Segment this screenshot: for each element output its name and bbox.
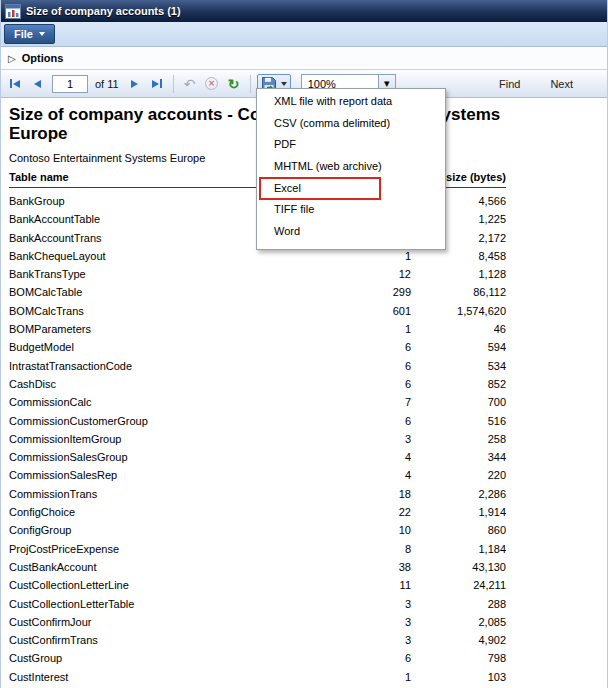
refresh-button[interactable]: ↻	[224, 74, 244, 94]
options-bar[interactable]: ▷ Options	[1, 47, 607, 70]
menu-bar: File	[1, 22, 607, 47]
table-name-cell: ProjCostPriceExpense	[9, 540, 259, 558]
table-row: BOMCalcTrans6011,574,620	[9, 302, 506, 320]
size-cell: 516	[411, 412, 506, 430]
toolbar-separator	[173, 75, 174, 93]
records-cell: 11	[259, 576, 411, 594]
find-button[interactable]: Find	[493, 76, 526, 92]
records-cell: 4	[259, 448, 411, 466]
first-page-button[interactable]	[5, 74, 25, 94]
records-cell: 10	[259, 521, 411, 539]
size-cell: 534	[411, 357, 506, 375]
table-row: BOMParameters146	[9, 320, 506, 338]
table-row: CustCollectionLetterLine1124,211	[9, 576, 506, 594]
size-cell: 1,184	[411, 540, 506, 558]
records-cell: 6	[259, 375, 411, 393]
size-cell: 2,085	[411, 613, 506, 631]
records-cell: 38	[259, 558, 411, 576]
size-cell: 46	[411, 320, 506, 338]
export-menu-item[interactable]: CSV (comma delimited)	[257, 113, 445, 135]
records-cell: 6	[259, 412, 411, 430]
table-name-cell: BankAccountTable	[9, 210, 259, 228]
export-menu-list: XML file with report dataCSV (comma deli…	[257, 91, 445, 243]
table-row: CustBankAccount3843,130	[9, 558, 506, 576]
stop-button[interactable]: ✕	[202, 74, 222, 94]
table-row: CustGroup6798	[9, 649, 506, 667]
table-row: IntrastatTransactionCode6534	[9, 357, 506, 375]
find-next-button[interactable]: Next	[544, 76, 579, 92]
table-row: ConfigChoice221,914	[9, 503, 506, 521]
back-icon: ↶	[184, 77, 196, 91]
records-cell: 3	[259, 430, 411, 448]
records-cell: 1	[259, 668, 411, 686]
table-name-cell: BankTransType	[9, 265, 259, 283]
size-cell: 860	[411, 521, 506, 539]
size-cell: 2,286	[411, 485, 506, 503]
table-name-cell: ConfigChoice	[9, 503, 259, 521]
size-cell: 1,914	[411, 503, 506, 521]
records-cell: 3	[259, 613, 411, 631]
page-number-input[interactable]	[52, 75, 88, 93]
records-cell: 299	[259, 283, 411, 301]
size-cell: 258	[411, 430, 506, 448]
table-row: CommissionCustomerGroup6516	[9, 412, 506, 430]
table-name-cell: CommissionSalesRep	[9, 466, 259, 484]
records-cell: 7	[259, 393, 411, 411]
table-name-cell: BOMParameters	[9, 320, 259, 338]
table-name-cell: CommissionTrans	[9, 485, 259, 503]
export-menu-item[interactable]: PDF	[257, 134, 445, 156]
next-page-button[interactable]	[125, 74, 145, 94]
table-name-cell: CashDisc	[9, 375, 259, 393]
size-cell: 43,130	[411, 558, 506, 576]
last-page-icon	[160, 79, 162, 88]
previous-page-button[interactable]	[27, 74, 47, 94]
table-name-cell: CommissionSalesGroup	[9, 448, 259, 466]
table-name-cell: CommissionItemGroup	[9, 430, 259, 448]
table-row: CustCollectionLetterTable3288	[9, 595, 506, 613]
export-menu-item[interactable]: TIFF file	[257, 199, 445, 221]
stop-icon: ✕	[205, 77, 218, 90]
report-table-rows: BankGroup4,566BankAccountTable1,225BankA…	[9, 192, 607, 686]
chevron-down-icon	[281, 82, 287, 86]
records-cell: 6	[259, 338, 411, 356]
records-cell: 1	[259, 320, 411, 338]
size-cell: 103	[411, 668, 506, 686]
records-cell: 601	[259, 302, 411, 320]
records-cell: 3	[259, 631, 411, 649]
table-name-cell: IntrastatTransactionCode	[9, 357, 259, 375]
title-bar: Size of company accounts (1)	[1, 0, 607, 22]
table-row: ConfigGroup10860	[9, 521, 506, 539]
size-cell: 4,902	[411, 631, 506, 649]
file-menu-label: File	[14, 28, 33, 40]
table-row: CommissionItemGroup3258	[9, 430, 506, 448]
window-title: Size of company accounts (1)	[26, 5, 181, 17]
size-cell: 220	[411, 466, 506, 484]
toolbar-separator	[250, 75, 251, 93]
table-row: ProjCostPriceExpense81,184	[9, 540, 506, 558]
table-name-cell: CustCollectionLetterTable	[9, 595, 259, 613]
table-name-cell: BudgetModel	[9, 338, 259, 356]
first-page-icon	[10, 79, 12, 88]
table-row: CommissionCalc7700	[9, 393, 506, 411]
back-button[interactable]: ↶	[180, 74, 200, 94]
size-cell: 24,211	[411, 576, 506, 594]
table-name-cell: CustConfirmTrans	[9, 631, 259, 649]
export-menu-item[interactable]: MHTML (web archive)	[257, 156, 445, 178]
table-row: CustInterest1103	[9, 668, 506, 686]
export-menu-item[interactable]: Excel	[257, 178, 445, 200]
table-name-cell: CommissionCalc	[9, 393, 259, 411]
table-row: BOMCalcTable29986,112	[9, 283, 506, 301]
export-menu-item[interactable]: Word	[257, 221, 445, 243]
table-name-cell: CustCollectionLetterLine	[9, 576, 259, 594]
export-menu-item[interactable]: XML file with report data	[257, 91, 445, 113]
export-dropdown-menu: XML file with report dataCSV (comma deli…	[256, 88, 446, 250]
file-menu-button[interactable]: File	[4, 24, 55, 44]
records-cell: 6	[259, 649, 411, 667]
size-cell: 700	[411, 393, 506, 411]
table-row: BankTransType121,128	[9, 265, 506, 283]
size-cell: 1,128	[411, 265, 506, 283]
table-row: CommissionTrans182,286	[9, 485, 506, 503]
records-cell: 22	[259, 503, 411, 521]
table-name-cell: CustInterest	[9, 668, 259, 686]
last-page-button[interactable]	[147, 74, 167, 94]
